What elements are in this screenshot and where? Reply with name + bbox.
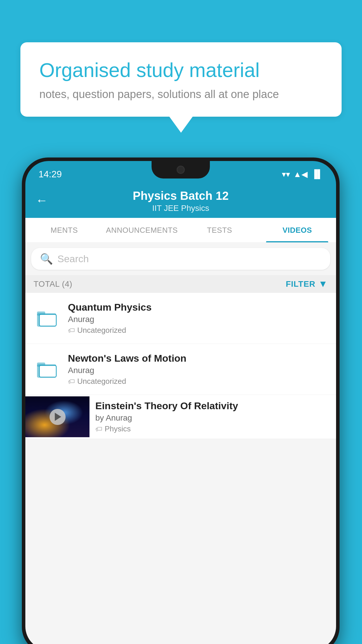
item-title: Einstein's Theory Of Relativity [95,400,330,412]
wifi-icon: ▾▾ [282,169,290,179]
svg-rect-5 [39,365,56,377]
folder-icon-wrapper [34,356,60,382]
filter-funnel-icon: ▼ [318,279,328,289]
speech-bubble-subtitle: notes, question papers, solutions all at… [39,88,323,101]
search-bar-wrapper: 🔍 Search [25,243,336,275]
tag-icon: 🏷 [95,425,102,433]
tab-ments[interactable]: MENTS [25,218,103,242]
filter-button[interactable]: FILTER ▼ [286,279,328,289]
tab-tests[interactable]: TESTS [181,218,259,242]
play-button[interactable] [50,409,66,425]
search-bar[interactable]: 🔍 Search [31,248,330,270]
app-title: Physics Batch 12 [133,189,229,202]
list-item[interactable]: Quantum Physics Anurag 🏷 Uncategorized [25,293,336,344]
content-area: 🔍 Search TOTAL (4) FILTER ▼ [25,243,336,644]
item-author: Anurag [68,366,328,375]
tab-announcements[interactable]: ANNOUNCEMENTS [103,218,181,242]
item-info: Newton's Laws of Motion Anurag 🏷 Uncateg… [68,353,328,386]
item-tag: 🏷 Uncategorized [68,326,328,335]
list-container: Quantum Physics Anurag 🏷 Uncategorized [25,293,336,439]
status-icons: ▾▾ ▲◀ ▐▌ [282,169,323,179]
list-item[interactable]: Newton's Laws of Motion Anurag 🏷 Uncateg… [25,344,336,395]
notch [152,161,210,178]
filter-row: TOTAL (4) FILTER ▼ [25,275,336,293]
filter-label: FILTER [286,279,315,289]
app-subtitle: IIT JEE Physics [152,204,209,213]
speech-bubble-arrow [169,117,193,133]
item-info: Quantum Physics Anurag 🏷 Uncategorized [68,302,328,335]
speech-bubble: Organised study material notes, question… [20,42,342,117]
item-tag: 🏷 Uncategorized [68,377,328,386]
folder-icon [36,360,57,378]
folder-icon-wrapper [34,305,60,331]
item-author: Anurag [68,315,328,324]
video-list-item[interactable]: Einstein's Theory Of Relativity by Anura… [25,395,336,439]
item-tag: 🏷 Physics [95,424,330,433]
item-title: Quantum Physics [68,302,328,313]
folder-icon [36,309,57,327]
video-info: Einstein's Theory Of Relativity by Anura… [89,395,336,439]
tag-icon: 🏷 [68,326,75,335]
play-triangle-icon [55,413,61,421]
tag-icon: 🏷 [68,377,75,386]
battery-icon: ▐▌ [311,169,323,179]
item-author: by Anurag [95,413,330,423]
phone-inner: 14:29 ▾▾ ▲◀ ▐▌ ← Physics Batch 12 IIT JE… [25,161,336,644]
speech-bubble-wrapper: Organised study material notes, question… [20,42,342,133]
total-count: TOTAL (4) [34,279,72,289]
phone-frame: 14:29 ▾▾ ▲◀ ▐▌ ← Physics Batch 12 IIT JE… [22,158,340,644]
item-title: Newton's Laws of Motion [68,353,328,364]
app-header: ← Physics Batch 12 IIT JEE Physics [25,183,336,218]
camera [177,166,185,174]
status-time: 14:29 [38,169,62,180]
search-icon: 🔍 [40,253,53,265]
signal-icon: ▲◀ [294,169,308,179]
search-placeholder: Search [57,253,89,265]
back-button[interactable]: ← [36,193,48,207]
tab-videos[interactable]: VIDEOS [259,218,336,242]
tab-bar: MENTS ANNOUNCEMENTS TESTS VIDEOS [25,218,336,243]
speech-bubble-title: Organised study material [39,58,323,82]
svg-rect-2 [39,314,56,326]
video-thumbnail [25,396,89,437]
